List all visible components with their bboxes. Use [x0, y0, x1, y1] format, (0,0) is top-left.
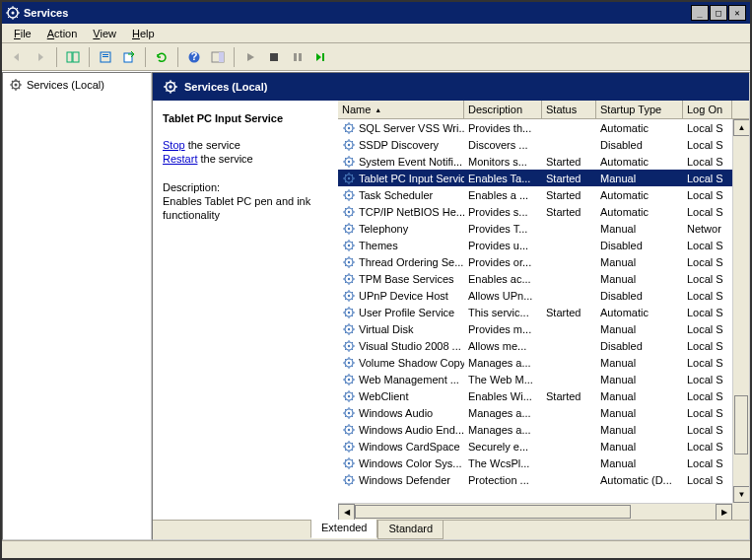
cell-name: Tablet PC Input Service [338, 172, 464, 185]
column-description[interactable]: Description [464, 101, 542, 118]
cell-logon: Local S [683, 457, 732, 469]
show-hide-tree-button[interactable] [62, 46, 84, 68]
restart-service-button[interactable] [310, 46, 332, 68]
export-button[interactable] [118, 46, 140, 68]
table-row[interactable]: Windows CardSpaceSecurely e...ManualLoca… [338, 438, 749, 455]
separator [89, 47, 90, 67]
column-name[interactable]: Name▲ [338, 101, 464, 118]
svg-point-45 [348, 327, 350, 329]
table-row[interactable]: Visual Studio 2008 ...Allows me...Disabl… [338, 337, 749, 354]
table-row[interactable]: Task SchedulerEnables a ...StartedAutoma… [338, 186, 749, 203]
menu-file[interactable]: File [6, 26, 39, 41]
restart-link[interactable]: Restart [163, 153, 197, 165]
forward-button[interactable] [30, 46, 51, 68]
cell-name: Volume Shadow Copy [338, 356, 464, 370]
stop-service-button[interactable] [263, 46, 285, 68]
cell-name: Windows CardSpace [338, 440, 464, 454]
cell-name: Windows Audio End... [338, 423, 464, 437]
cell-logon: Local S [683, 374, 732, 385]
table-row[interactable]: User Profile ServiceThis servic...Starte… [338, 304, 749, 320]
column-startup[interactable]: Startup Type [596, 101, 683, 118]
cell-logon: Local S [683, 340, 732, 352]
table-row[interactable]: UPnP Device HostAllows UPn...DisabledLoc… [338, 287, 749, 304]
titlebar[interactable]: Services _ □ ✕ [2, 2, 750, 24]
scrollbar-vertical[interactable]: ▲ ▼ [732, 119, 749, 503]
show-hide-action-button[interactable] [207, 46, 229, 68]
scroll-left-button[interactable]: ◀ [338, 504, 355, 520]
scrollbar-horizontal[interactable]: ◀ ▶ [338, 503, 732, 520]
scroll-down-button[interactable]: ▼ [733, 486, 749, 503]
cell-startup: Automatic [596, 122, 683, 134]
table-row[interactable]: TPM Base ServicesEnables ac...ManualLoca… [338, 270, 749, 287]
table-row[interactable]: Windows AudioManages a...ManualLocal S [338, 404, 749, 421]
list-header: Name▲ Description Status Startup Type Lo… [338, 101, 749, 119]
table-row[interactable]: Tablet PC Input ServiceEnables Ta...Star… [338, 170, 749, 186]
refresh-button[interactable] [151, 46, 172, 68]
tree-root-label: Services (Local) [27, 79, 104, 91]
menu-help[interactable]: Help [124, 26, 163, 41]
cell-description: Discovers ... [464, 139, 542, 151]
tab-extended[interactable]: Extended [310, 520, 377, 538]
toolbar: ? [2, 43, 750, 71]
table-row[interactable]: ThemesProvides u...DisabledLocal S [338, 237, 749, 253]
cell-description: Provides u... [464, 240, 542, 251]
cell-status: Started [542, 390, 596, 402]
cell-logon: Local S [683, 323, 732, 335]
column-logon[interactable]: Log On [683, 101, 732, 118]
table-row[interactable]: TCP/IP NetBIOS He...Provides s...Started… [338, 203, 749, 220]
cell-name: UPnP Device Host [338, 289, 464, 303]
start-service-button[interactable] [239, 46, 261, 68]
cell-startup: Manual [596, 173, 683, 184]
svg-point-37 [348, 260, 350, 262]
cell-startup: Disabled [596, 290, 683, 302]
cell-description: Manages a... [464, 424, 542, 436]
restart-suffix: the service [197, 153, 252, 165]
scroll-thumb-v[interactable] [734, 395, 748, 455]
table-row[interactable]: Windows Color Sys...The WcsPl...ManualLo… [338, 455, 749, 471]
pause-service-button[interactable] [287, 46, 308, 68]
svg-rect-2 [67, 52, 72, 62]
help-button[interactable]: ? [183, 46, 205, 68]
table-row[interactable]: Web Management ...The Web M...ManualLoca… [338, 371, 749, 387]
svg-point-17 [15, 84, 18, 87]
tree-root-item[interactable]: Services (Local) [7, 77, 147, 93]
close-button[interactable]: ✕ [728, 5, 746, 21]
svg-point-43 [348, 311, 350, 313]
table-row[interactable]: Thread Ordering Se...Provides or...Manua… [338, 253, 749, 270]
cell-startup: Manual [596, 390, 683, 402]
table-row[interactable]: Virtual DiskProvides m...ManualLocal S [338, 320, 749, 337]
table-row[interactable]: Windows Audio End...Manages a...ManualLo… [338, 421, 749, 438]
svg-point-23 [348, 143, 350, 145]
cell-name: WebClient [338, 389, 464, 403]
svg-point-27 [348, 176, 350, 178]
table-row[interactable]: System Event Notifi...Monitors s...Start… [338, 153, 749, 170]
table-row[interactable]: TelephonyProvides T...ManualNetwor [338, 220, 749, 237]
table-row[interactable]: SQL Server VSS Wri...Provides th...Autom… [338, 119, 749, 136]
cell-logon: Local S [683, 441, 732, 453]
table-row[interactable]: SSDP DiscoveryDiscovers ...DisabledLocal… [338, 136, 749, 153]
cell-startup: Automatic [596, 189, 683, 201]
properties-button[interactable] [95, 46, 116, 68]
column-status[interactable]: Status [542, 101, 596, 118]
tree-pane[interactable]: Services (Local) [2, 72, 152, 540]
table-row[interactable]: WebClientEnables Wi...StartedManualLocal… [338, 387, 749, 404]
tab-standard[interactable]: Standard [377, 521, 444, 539]
back-button[interactable] [6, 46, 28, 68]
maximize-button[interactable]: □ [710, 5, 727, 21]
minimize-button[interactable]: _ [691, 5, 709, 21]
menu-view[interactable]: View [85, 26, 124, 41]
table-row[interactable]: Windows DefenderProtection ...Automatic … [338, 471, 749, 488]
scroll-up-button[interactable]: ▲ [733, 119, 749, 136]
play-icon [244, 51, 256, 63]
cell-name: Visual Studio 2008 ... [338, 339, 464, 353]
export-icon [122, 50, 136, 64]
scroll-right-button[interactable]: ▶ [716, 504, 732, 520]
stop-suffix: the service [185, 139, 240, 151]
list-body[interactable]: SQL Server VSS Wri...Provides th...Autom… [338, 119, 749, 520]
stop-link[interactable]: Stop [163, 139, 185, 151]
scroll-thumb-h[interactable] [355, 505, 631, 519]
table-row[interactable]: Volume Shadow CopyManages a...ManualLoca… [338, 354, 749, 371]
menu-action[interactable]: Action [39, 26, 86, 41]
cell-description: This servic... [464, 307, 542, 318]
svg-rect-13 [294, 53, 297, 61]
